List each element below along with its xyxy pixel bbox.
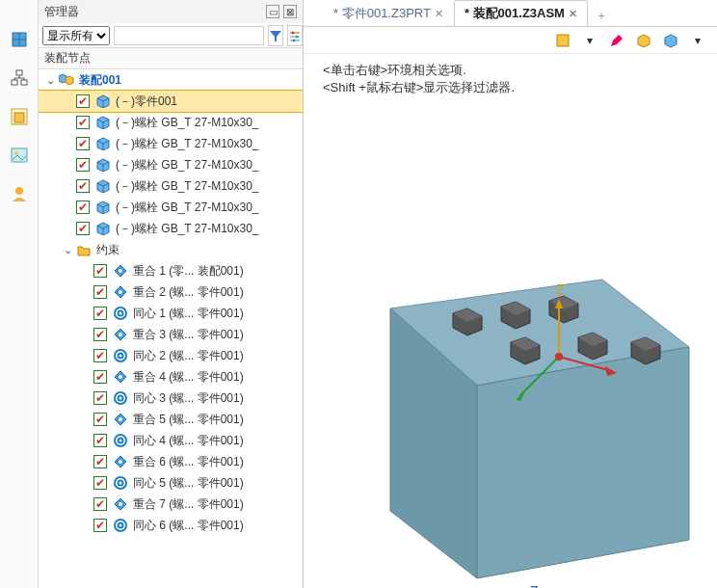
- part-icon: [95, 178, 111, 194]
- view-btn-pencil[interactable]: [607, 31, 626, 50]
- svg-point-71: [119, 460, 122, 464]
- view-dropdown-icon[interactable]: ▾: [580, 31, 599, 50]
- tree-checkbox[interactable]: ✔: [76, 179, 90, 193]
- tree-twisty-icon[interactable]: ⌄: [62, 244, 73, 256]
- block-model[interactable]: Z Z: [332, 193, 717, 588]
- search-input[interactable]: [114, 26, 264, 45]
- document-tab[interactable]: * 零件001.Z3PRT✕: [323, 0, 454, 26]
- tree-row[interactable]: ✔同心 6 (螺... 零件001): [39, 515, 303, 536]
- tree-checkbox[interactable]: ✔: [93, 307, 107, 320]
- svg-rect-12: [12, 148, 27, 162]
- tree-row[interactable]: ✔同心 2 (螺... 零件001): [39, 345, 303, 366]
- tree-checkbox[interactable]: ✔: [93, 455, 107, 468]
- tree-checkbox[interactable]: ✔: [76, 200, 90, 214]
- tab-close-icon[interactable]: ✕: [435, 8, 443, 20]
- svg-point-14: [15, 187, 23, 195]
- scene-3d[interactable]: Z Z: [304, 87, 717, 588]
- tree-row[interactable]: ✔重合 7 (螺... 零件001): [39, 494, 303, 515]
- tree-row[interactable]: ✔(－)螺栓 GB_T 27-M10x30_: [39, 154, 303, 175]
- tree-row[interactable]: ✔(－)螺栓 GB_T 27-M10x30_: [39, 175, 303, 197]
- tree-row[interactable]: ✔重合 2 (螺... 零件001): [39, 281, 303, 303]
- tree-row[interactable]: ✔同心 3 (螺... 零件001): [39, 388, 303, 409]
- view-btn-1[interactable]: [553, 31, 572, 50]
- toolbar-cube-icon[interactable]: [9, 29, 30, 50]
- tree-label: 装配001: [77, 72, 121, 89]
- part-icon: [95, 136, 111, 151]
- tree-checkbox[interactable]: ✔: [93, 349, 107, 362]
- tree-row[interactable]: ✔(－)螺栓 GB_T 27-M10x30_: [39, 112, 303, 133]
- document-tab[interactable]: * 装配001.Z3ASM✕: [454, 0, 588, 26]
- svg-marker-23: [66, 76, 73, 85]
- tree-checkbox[interactable]: ✔: [93, 519, 107, 532]
- document-tabs: * 零件001.Z3PRT✕* 装配001.Z3ASM✕＋: [304, 0, 717, 27]
- tree-row[interactable]: ✔同心 1 (螺... 零件001): [39, 303, 303, 324]
- tree-checkbox[interactable]: ✔: [93, 391, 107, 405]
- tree-label: 同心 4 (螺... 零件001): [131, 433, 244, 449]
- tree-row[interactable]: ✔同心 4 (螺... 零件001): [39, 430, 303, 451]
- view-dropdown-icon-2[interactable]: ▾: [688, 31, 707, 50]
- tree-checkbox[interactable]: ✔: [76, 116, 90, 129]
- tree-checkbox[interactable]: ✔: [76, 137, 90, 150]
- tree-row[interactable]: ✔重合 3 (螺... 零件001): [39, 324, 303, 345]
- concentric-icon: [113, 306, 128, 321]
- svg-point-73: [119, 481, 123, 486]
- svg-point-63: [119, 375, 122, 379]
- concentric-icon: [113, 390, 128, 406]
- tree-checkbox[interactable]: ✔: [93, 413, 107, 426]
- tree-checkbox[interactable]: ✔: [93, 264, 107, 278]
- tree-row[interactable]: ✔(－)螺栓 GB_T 27-M10x30_: [39, 133, 303, 154]
- tree-checkbox[interactable]: ✔: [93, 370, 107, 384]
- tree-label: 同心 6 (螺... 零件001): [131, 518, 244, 534]
- part-icon: [95, 221, 111, 236]
- tree-checkbox[interactable]: ✔: [76, 158, 90, 172]
- toolbar-hierarchy-icon[interactable]: [9, 67, 30, 89]
- concentric-icon: [113, 433, 128, 448]
- hint-line-1: <单击右键>环境相关选项.: [323, 62, 515, 79]
- tree-row[interactable]: ⌄装配001: [39, 69, 303, 91]
- tree-row[interactable]: ✔重合 4 (螺... 零件001): [39, 366, 303, 388]
- toolbar-box-icon[interactable]: [9, 106, 30, 127]
- tree-row[interactable]: ✔重合 1 (零... 装配001): [39, 260, 303, 281]
- tree-row[interactable]: ✔重合 6 (螺... 零件001): [39, 451, 303, 472]
- tree-checkbox[interactable]: ✔: [93, 434, 107, 447]
- tree-row[interactable]: ✔(－)螺栓 GB_T 27-M10x30_: [39, 218, 303, 239]
- svg-point-53: [119, 269, 122, 273]
- tree-row[interactable]: ✔(－)零件001: [39, 91, 303, 112]
- display-mode-select[interactable]: 显示所有: [42, 26, 110, 45]
- view-btn-cube2[interactable]: [661, 31, 680, 50]
- svg-marker-79: [638, 35, 650, 47]
- concentric-icon: [113, 348, 128, 363]
- coincident-icon: [113, 412, 128, 427]
- tab-add-button[interactable]: ＋: [588, 6, 615, 26]
- tree-label: 同心 1 (螺... 零件001): [131, 306, 244, 322]
- tree-row[interactable]: ✔重合 5 (螺... 零件001): [39, 409, 303, 430]
- svg-rect-11: [14, 113, 24, 122]
- tree-row[interactable]: ⌄约束: [39, 239, 303, 260]
- view-btn-cube1[interactable]: [634, 31, 653, 50]
- tree-checkbox[interactable]: ✔: [93, 476, 107, 490]
- panel-close-icon[interactable]: ⊠: [283, 5, 297, 18]
- tree-checkbox[interactable]: ✔: [76, 94, 90, 108]
- tree-checkbox[interactable]: ✔: [76, 222, 90, 235]
- tree-checkbox[interactable]: ✔: [93, 328, 107, 341]
- filter-funnel-icon[interactable]: [268, 25, 283, 46]
- assembly-tree[interactable]: ⌄装配001✔(－)零件001✔(－)螺栓 GB_T 27-M10x30_✔(－…: [39, 69, 303, 588]
- view-toolbar: ▾ ▾: [304, 27, 717, 54]
- svg-point-21: [293, 39, 296, 41]
- tree-row[interactable]: ✔同心 5 (螺... 零件001): [39, 472, 303, 494]
- tree-row[interactable]: ✔(－)螺栓 GB_T 27-M10x30_: [39, 197, 303, 218]
- panel-header: 管理器 ▭ ⊠: [39, 0, 303, 23]
- svg-rect-78: [557, 35, 569, 46]
- filter-settings-icon[interactable]: [287, 25, 303, 46]
- coincident-icon: [113, 454, 128, 469]
- toolbar-user-icon[interactable]: [9, 183, 30, 204]
- panel-minimize-icon[interactable]: ▭: [266, 5, 279, 18]
- svg-point-56: [115, 307, 126, 319]
- tree-twisty-icon[interactable]: ⌄: [44, 74, 56, 87]
- tree-checkbox[interactable]: ✔: [93, 497, 107, 511]
- toolbar-image-icon[interactable]: [9, 145, 30, 166]
- tab-close-icon[interactable]: ✕: [569, 8, 577, 20]
- tree-label: (－)螺栓 GB_T 27-M10x30_: [114, 115, 259, 131]
- tree-checkbox[interactable]: ✔: [93, 285, 107, 299]
- tree-label: (－)螺栓 GB_T 27-M10x30_: [114, 178, 259, 195]
